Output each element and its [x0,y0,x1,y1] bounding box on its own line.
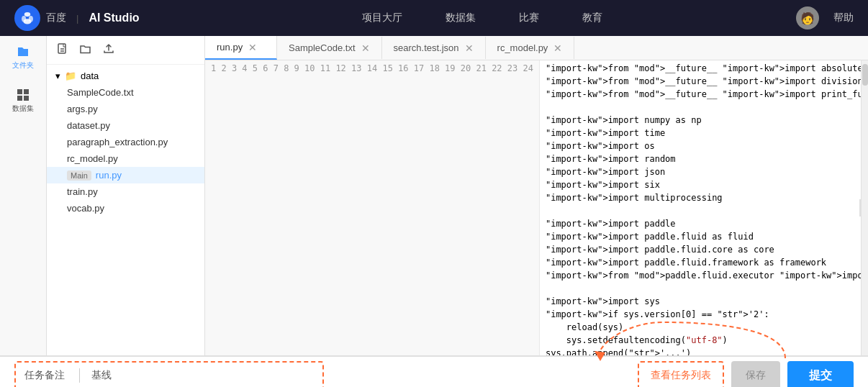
nav-competition[interactable]: 比赛 [519,9,539,27]
tab-runpy-close[interactable]: ✕ [248,42,257,53]
file-args-name: args.py [67,104,98,114]
file-args[interactable]: args.py [47,101,204,117]
file-rcmodel-name: rc_model.py [67,153,118,164]
code-editor: 1 2 3 4 5 6 7 8 9 10 11 12 13 14 15 16 1… [205,60,868,355]
scrollbar-thumb [862,64,868,86]
file-paragraph-name: paragraph_extraction.py [67,137,168,147]
vertical-scrollbar[interactable] [861,60,868,355]
tab-runpy[interactable]: run.py ✕ [205,36,277,60]
tab-searchtest-label: search.test.json [394,42,459,53]
save-button[interactable]: 保存 [731,361,780,387]
svg-rect-4 [17,89,22,94]
file-dataset[interactable]: dataset.py [47,117,204,134]
task-note-label: 任务备注 [24,369,65,382]
tab-samplecode-close[interactable]: ✕ [361,43,370,53]
nav-projects[interactable]: 项目大厅 [362,9,402,27]
file-toolbar [47,36,204,65]
file-runpy[interactable]: Main run.py [47,167,204,183]
logo-area: 百度 | AI Studio [14,5,140,31]
sidebar-dataset-label: 数据集 [12,104,34,114]
file-tree: ▾ 📁 data SampleCode.txt args.py dataset.… [47,65,204,219]
line-numbers: 1 2 3 4 5 6 7 8 9 10 11 12 13 14 15 16 1… [205,60,540,355]
tab-rcmodel-close[interactable]: ✕ [553,43,562,53]
svg-rect-7 [24,96,29,101]
tab-runpy-label: run.py [217,42,243,53]
tab-searchtest-close[interactable]: ✕ [465,43,474,53]
logo-separator: | [76,13,78,24]
folder-label: data [81,70,99,81]
view-tasks-btn[interactable]: 查看任务列表 [638,361,724,387]
header-right: 🧑 帮助 [796,6,854,29]
tab-rcmodel[interactable]: rc_model.py ✕ [486,37,575,59]
file-dataset-name: dataset.py [67,120,110,131]
sidebar-item-files[interactable]: 文件夹 [9,43,37,72]
studio-text: AI Studio [89,12,139,24]
help-link[interactable]: 帮助 [833,12,854,24]
task-input-area: 任务备注 基线 [14,361,324,387]
baseline-input[interactable] [123,370,314,381]
file-panel: ▾ 📁 data SampleCode.txt args.py dataset.… [47,36,205,355]
view-tasks-label: 查看任务列表 [651,369,711,382]
new-folder-btn[interactable] [78,42,93,58]
new-file-btn[interactable] [55,42,70,58]
folder-data[interactable]: ▾ 📁 data [47,68,204,84]
file-samplecode-name: SampleCode.txt [67,87,134,98]
baidu-logo [14,5,40,31]
nav-datasets[interactable]: 数据集 [446,9,476,27]
submit-button[interactable]: 提交 [787,361,854,387]
code-content[interactable]: "import-kw">from "mod">__future__ "impor… [540,60,861,355]
file-train-name: train.py [67,186,98,197]
svg-point-3 [24,19,32,24]
input-separator [79,368,80,383]
main-badge: Main [67,170,91,181]
file-vocab[interactable]: vocab.py [47,200,204,217]
baidu-text: 百度 [46,12,66,24]
baseline-label: 基线 [91,369,112,382]
avatar[interactable]: 🧑 [796,6,819,29]
file-paragraph[interactable]: paragraph_extraction.py [47,134,204,150]
svg-rect-6 [17,96,22,101]
file-vocab-name: vocab.py [67,203,104,214]
bottom-bar: 任务备注 基线 查看任务列表 保存 提交 [0,355,868,387]
file-rcmodel[interactable]: rc_model.py [47,150,204,167]
main-area: 文件夹 数据集 ▾ 📁 data SampleC [0,36,868,355]
svg-point-0 [24,12,31,17]
sidebar-item-dataset[interactable]: 数据集 [9,86,37,115]
svg-rect-5 [24,89,29,94]
file-train[interactable]: train.py [47,183,204,200]
editor-area: run.py ✕ SampleCode.txt ✕ search.test.js… [205,36,868,355]
tab-searchtest[interactable]: search.test.json ✕ [382,37,486,59]
folder-icon: 📁 [65,70,76,81]
file-runpy-name: run.py [96,170,122,181]
tab-samplecode-label: SampleCode.txt [289,42,356,53]
tab-rcmodel-label: rc_model.py [497,42,548,53]
nav-education[interactable]: 教育 [582,9,602,27]
tab-samplecode[interactable]: SampleCode.txt ✕ [277,37,382,59]
tabs-bar: run.py ✕ SampleCode.txt ✕ search.test.js… [205,36,868,60]
header: 百度 | AI Studio 项目大厅 数据集 比赛 教育 🧑 帮助 [0,0,868,36]
upload-btn[interactable] [101,42,116,58]
right-actions: 查看任务列表 保存 提交 [638,361,854,387]
sidebar: 文件夹 数据集 [0,36,47,355]
main-nav: 项目大厅 数据集 比赛 教育 [168,9,796,27]
chevron-down-icon: ▾ [55,70,60,81]
file-samplecode[interactable]: SampleCode.txt [47,84,204,101]
sidebar-files-label: 文件夹 [12,60,34,70]
